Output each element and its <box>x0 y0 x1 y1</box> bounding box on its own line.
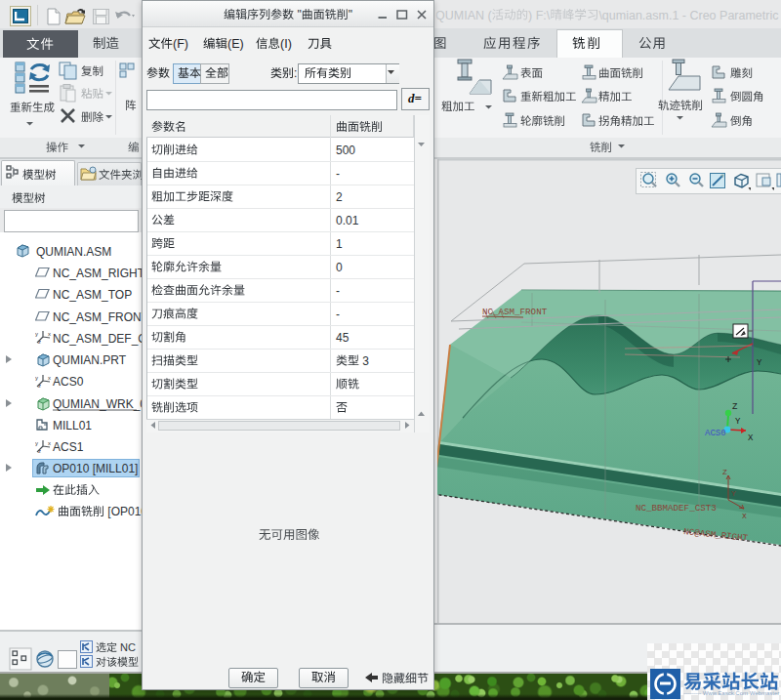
svg-text:X: X <box>742 512 747 520</box>
svg-text:Y: Y <box>731 489 736 498</box>
svg-text:z: z <box>38 339 41 345</box>
svg-text:X: X <box>748 433 754 443</box>
svg-text:Z: Z <box>722 468 727 476</box>
svg-text:x: x <box>48 375 51 381</box>
svg-text:z: z <box>38 448 41 454</box>
svg-text:NC_ASM_FRONT: NC_ASM_FRONT <box>482 307 548 317</box>
svg-text:Z: Z <box>732 402 738 412</box>
svg-text:y: y <box>35 375 38 381</box>
svg-text:y: y <box>35 440 38 446</box>
svg-text:z: z <box>38 383 41 389</box>
svg-text:y: y <box>35 331 38 337</box>
svg-text:NC_BBMADEF_CST3: NC_BBMADEF_CST3 <box>636 503 717 514</box>
svg-text:Y: Y <box>735 417 741 427</box>
svg-text:x: x <box>48 440 51 446</box>
svg-text:x: x <box>48 331 51 337</box>
svg-text:Y: Y <box>757 358 762 368</box>
svg-text:ACS0: ACS0 <box>705 429 726 438</box>
